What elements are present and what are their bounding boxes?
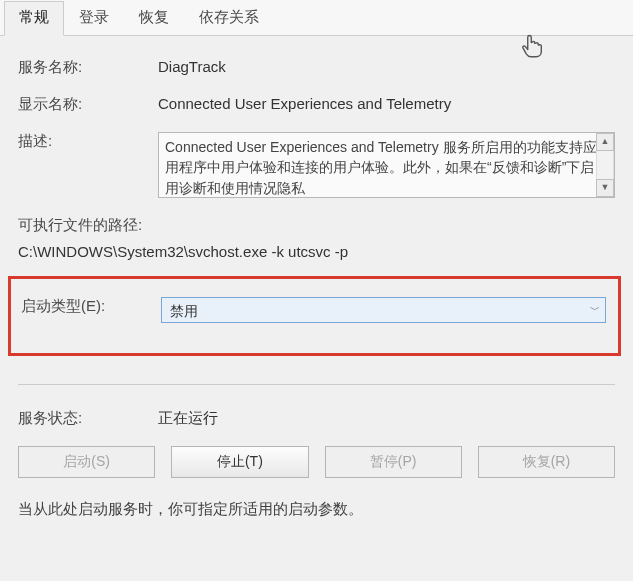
label-startup-type: 启动类型(E): bbox=[21, 297, 161, 316]
resume-button: 恢复(R) bbox=[478, 446, 615, 478]
tab-logon[interactable]: 登录 bbox=[64, 1, 124, 36]
value-display-name: Connected User Experiences and Telemetry bbox=[158, 95, 615, 112]
tab-general[interactable]: 常规 bbox=[4, 1, 64, 36]
pause-button: 暂停(P) bbox=[325, 446, 462, 478]
description-textbox[interactable]: Connected User Experiences and Telemetry… bbox=[158, 132, 615, 198]
stop-button[interactable]: 停止(T) bbox=[171, 446, 308, 478]
value-exe-path: C:\WINDOWS\System32\svchost.exe -k utcsv… bbox=[18, 243, 615, 260]
scroll-up-button[interactable]: ▲ bbox=[596, 133, 614, 151]
label-display-name: 显示名称: bbox=[18, 95, 158, 114]
label-exe-path: 可执行文件的路径: bbox=[18, 216, 142, 235]
startup-type-combo-wrapper: 禁用 ﹀ bbox=[161, 297, 606, 323]
tab-bar: 常规 登录 恢复 依存关系 bbox=[0, 0, 633, 36]
chevron-up-icon: ▲ bbox=[601, 135, 610, 148]
value-service-status: 正在运行 bbox=[158, 409, 615, 428]
service-control-buttons: 启动(S) 停止(T) 暂停(P) 恢复(R) bbox=[18, 446, 615, 478]
general-panel: 服务名称: DiagTrack 显示名称: Connected User Exp… bbox=[0, 36, 633, 519]
chevron-down-icon: ▼ bbox=[601, 181, 610, 194]
label-service-status: 服务状态: bbox=[18, 409, 158, 428]
row-service-status: 服务状态: 正在运行 bbox=[18, 409, 615, 428]
section-divider bbox=[18, 384, 615, 385]
scroll-down-button[interactable]: ▼ bbox=[596, 179, 614, 197]
label-service-name: 服务名称: bbox=[18, 58, 158, 77]
row-display-name: 显示名称: Connected User Experiences and Tel… bbox=[18, 95, 615, 114]
scrollbar-track[interactable] bbox=[596, 151, 614, 179]
row-startup-type: 启动类型(E): 禁用 ﹀ bbox=[21, 297, 606, 323]
row-description: 描述: Connected User Experiences and Telem… bbox=[18, 132, 615, 198]
label-description: 描述: bbox=[18, 132, 158, 151]
start-button: 启动(S) bbox=[18, 446, 155, 478]
row-service-name: 服务名称: DiagTrack bbox=[18, 58, 615, 77]
tab-dependencies[interactable]: 依存关系 bbox=[184, 1, 274, 36]
row-exe-path-label: 可执行文件的路径: bbox=[18, 216, 615, 235]
startup-type-highlight: 启动类型(E): 禁用 ﹀ bbox=[8, 276, 621, 356]
description-text: Connected User Experiences and Telemetry… bbox=[165, 139, 597, 196]
service-properties-dialog: 常规 登录 恢复 依存关系 服务名称: DiagTrack 显示名称: Conn… bbox=[0, 0, 633, 581]
tab-recovery[interactable]: 恢复 bbox=[124, 1, 184, 36]
startup-type-combobox[interactable]: 禁用 bbox=[161, 297, 606, 323]
startup-params-note: 当从此处启动服务时，你可指定所适用的启动参数。 bbox=[18, 500, 615, 519]
value-service-name: DiagTrack bbox=[158, 58, 615, 75]
